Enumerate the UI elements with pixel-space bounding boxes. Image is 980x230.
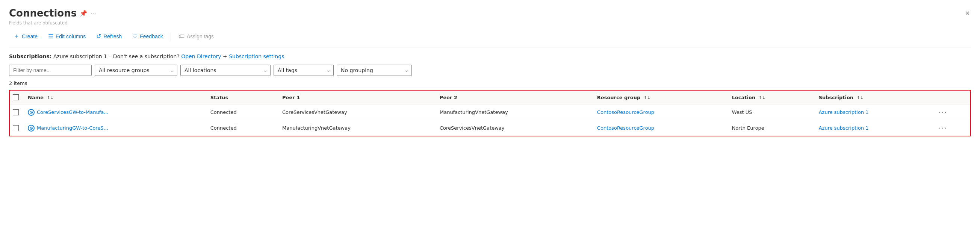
items-count: 2 items xyxy=(9,80,971,86)
select-all-col xyxy=(10,91,23,104)
status-col-header: Status xyxy=(206,91,278,104)
actions-col-header xyxy=(934,91,970,104)
connected-status-icon: ⊗ xyxy=(28,109,35,116)
location-cell: North Europe xyxy=(727,120,814,136)
subscription-settings-link[interactable]: Subscription settings xyxy=(229,53,284,59)
page-title: Connections xyxy=(9,8,76,19)
tag-icon: 🏷 xyxy=(178,33,185,40)
sort-icon: ↑↓ xyxy=(47,96,54,101)
table-row: ⊗ CoreServicesGW-to-Manufa... Connected … xyxy=(10,104,970,120)
connected-status-icon: ⊗ xyxy=(28,125,35,131)
status-cell: Connected xyxy=(206,120,278,136)
peer1-cell: ManufacturingVnetGateway xyxy=(278,120,435,136)
subscriptions-separator: + xyxy=(223,53,229,59)
grouping-label: No grouping xyxy=(341,67,373,73)
grouping-dropdown[interactable]: No grouping ⌵ xyxy=(337,65,412,76)
columns-icon: ☰ xyxy=(48,33,53,40)
tags-dropdown[interactable]: All tags ⌵ xyxy=(274,65,334,76)
resource-group-link[interactable]: ContosoResourceGroup xyxy=(597,109,654,115)
select-all-checkbox[interactable] xyxy=(13,94,19,101)
open-directory-link[interactable]: Open Directory xyxy=(181,53,221,59)
chevron-down-icon: ⌵ xyxy=(405,68,408,73)
row-checkbox-cell xyxy=(10,120,23,136)
name-filter-input[interactable] xyxy=(9,65,92,76)
connections-table-container: Name ↑↓ Status Peer 1 Peer 2 Resource gr… xyxy=(9,90,971,136)
create-button[interactable]: ＋ Create xyxy=(9,30,42,43)
filters-row: All resource groups ⌵ All locations ⌵ Al… xyxy=(9,65,971,76)
sort-icon: ↑↓ xyxy=(644,96,651,101)
connection-name-link[interactable]: ManufacturingGW-to-CoreS... xyxy=(37,125,108,131)
connections-table: Name ↑↓ Status Peer 1 Peer 2 Resource gr… xyxy=(10,91,970,136)
refresh-button[interactable]: ↺ Refresh xyxy=(92,30,126,42)
subscriptions-label: Subscriptions: xyxy=(9,53,51,59)
table-header: Name ↑↓ Status Peer 1 Peer 2 Resource gr… xyxy=(10,91,970,104)
resource-group-cell: ContosoResourceGroup xyxy=(593,104,727,120)
chevron-down-icon: ⌵ xyxy=(327,68,329,73)
toolbar: ＋ Create ☰ Edit columns ↺ Refresh ♡ Feed… xyxy=(9,30,971,47)
row-checkbox-cell xyxy=(10,104,23,120)
peer1-col-header: Peer 1 xyxy=(278,91,435,104)
subscriptions-bar: Subscriptions: Azure subscription 1 – Do… xyxy=(9,53,971,59)
location-col-header[interactable]: Location ↑↓ xyxy=(727,91,814,104)
subscription-cell: Azure subscription 1 xyxy=(814,120,934,136)
row-checkbox[interactable] xyxy=(13,125,19,131)
locations-dropdown[interactable]: All locations ⌵ xyxy=(180,65,270,76)
refresh-icon: ↺ xyxy=(96,33,101,40)
assign-tags-label: Assign tags xyxy=(187,34,214,40)
resource-group-cell: ContosoResourceGroup xyxy=(593,120,727,136)
locations-label: All locations xyxy=(185,67,216,73)
subscription-col-header[interactable]: Subscription ↑↓ xyxy=(814,91,934,104)
chevron-down-icon: ⌵ xyxy=(264,68,266,73)
refresh-label: Refresh xyxy=(103,34,122,40)
create-label: Create xyxy=(22,34,38,40)
tags-label: All tags xyxy=(278,67,297,73)
title-row: Connections 📌 ··· xyxy=(9,8,96,19)
table-row: ⊗ ManufacturingGW-to-CoreS... Connected … xyxy=(10,120,970,136)
feedback-button[interactable]: ♡ Feedback xyxy=(128,30,167,42)
assign-tags-button[interactable]: 🏷 Assign tags xyxy=(174,31,218,42)
peer2-col-header: Peer 2 xyxy=(435,91,593,104)
name-cell: ⊗ CoreServicesGW-to-Manufa... xyxy=(23,104,206,120)
row-actions-cell: ··· xyxy=(934,104,970,120)
header-row: Name ↑↓ Status Peer 1 Peer 2 Resource gr… xyxy=(10,91,970,104)
feedback-icon: ♡ xyxy=(132,33,138,40)
row-checkbox[interactable] xyxy=(13,109,19,115)
page-subtitle: Fields that are obfuscated xyxy=(9,20,971,26)
location-cell: West US xyxy=(727,104,814,120)
subscription-link[interactable]: Azure subscription 1 xyxy=(819,125,869,131)
peer1-cell: CoreServicesVnetGateway xyxy=(278,104,435,120)
plus-icon: ＋ xyxy=(14,32,19,40)
subscription-cell: Azure subscription 1 xyxy=(814,104,934,120)
sort-icon: ↑↓ xyxy=(759,96,765,101)
row-actions-cell: ··· xyxy=(934,120,970,136)
sort-icon: ↑↓ xyxy=(857,96,864,101)
name-cell: ⊗ ManufacturingGW-to-CoreS... xyxy=(23,120,206,136)
resource-group-link[interactable]: ContosoResourceGroup xyxy=(597,125,654,131)
more-icon[interactable]: ··· xyxy=(90,10,96,17)
toolbar-separator xyxy=(170,32,171,41)
edit-columns-button[interactable]: ☰ Edit columns xyxy=(44,30,90,42)
table-body: ⊗ CoreServicesGW-to-Manufa... Connected … xyxy=(10,104,970,136)
page-header: Connections 📌 ··· × xyxy=(9,8,971,19)
pin-icon[interactable]: 📌 xyxy=(80,10,87,17)
resource-group-col-header[interactable]: Resource group ↑↓ xyxy=(593,91,727,104)
close-button[interactable]: × xyxy=(964,8,971,19)
subscriptions-text: Azure subscription 1 – Don't see a subsc… xyxy=(53,53,180,59)
edit-columns-label: Edit columns xyxy=(56,34,86,40)
resource-groups-label: All resource groups xyxy=(99,67,150,73)
peer2-cell: CoreServicesVnetGateway xyxy=(435,120,593,136)
row-more-button[interactable]: ··· xyxy=(939,124,947,132)
row-more-button[interactable]: ··· xyxy=(939,108,947,116)
chevron-down-icon: ⌵ xyxy=(170,68,173,73)
status-cell: Connected xyxy=(206,104,278,120)
name-col-header[interactable]: Name ↑↓ xyxy=(23,91,206,104)
peer2-cell: ManufacturingVnetGateway xyxy=(435,104,593,120)
resource-groups-dropdown[interactable]: All resource groups ⌵ xyxy=(95,65,177,76)
connection-name-link[interactable]: CoreServicesGW-to-Manufa... xyxy=(37,109,108,115)
feedback-label: Feedback xyxy=(140,34,163,40)
subscription-link[interactable]: Azure subscription 1 xyxy=(819,109,869,115)
